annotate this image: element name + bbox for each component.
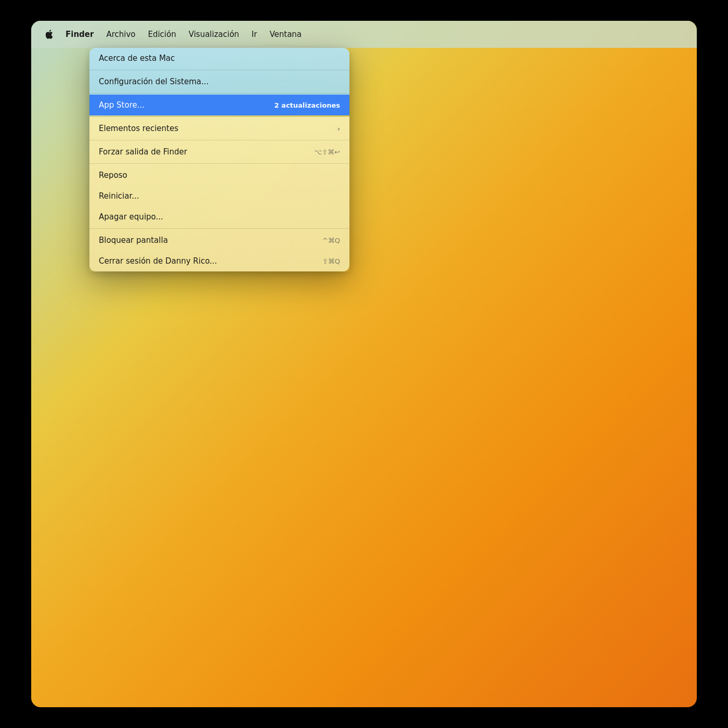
chevron-right-icon: › — [337, 125, 340, 133]
cerrar-shortcut: ⇧⌘Q — [322, 257, 340, 265]
dropdown-top-section: Acerca de esta Mac Configuración del Sis… — [89, 48, 349, 115]
separator-1 — [89, 70, 349, 70]
menubar-ir[interactable]: Ir — [246, 28, 263, 41]
menubar: Finder Archivo Edición Visualización Ir … — [31, 21, 697, 48]
apple-menu-button[interactable] — [41, 25, 58, 43]
menu-item-bloquear[interactable]: Bloquear pantalla ^⌘Q — [89, 230, 349, 251]
menu-item-cerrar[interactable]: Cerrar sesión de Danny Rico... ⇧⌘Q — [89, 251, 349, 271]
separator-5 — [89, 163, 349, 164]
menubar-edicion[interactable]: Edición — [142, 28, 181, 41]
separator-3 — [89, 116, 349, 117]
forzar-shortcut: ⌥⇧⌘↩ — [314, 148, 340, 156]
menu-item-configuracion[interactable]: Configuración del Sistema... — [89, 71, 349, 92]
menu-item-reiniciar[interactable]: Reiniciar... — [89, 186, 349, 206]
menu-item-appstore[interactable]: App Store... 2 actualizaciones — [89, 95, 349, 115]
menubar-finder[interactable]: Finder — [60, 28, 99, 41]
apple-dropdown-menu: Acerca de esta Mac Configuración del Sis… — [89, 48, 349, 271]
menubar-visualizacion[interactable]: Visualización — [184, 28, 244, 41]
menu-item-recientes[interactable]: Elementos recientes › — [89, 118, 349, 139]
separator-2 — [89, 93, 349, 94]
menubar-archivo[interactable]: Archivo — [101, 28, 140, 41]
screen: Finder Archivo Edición Visualización Ir … — [31, 21, 697, 707]
dropdown-bottom-section: Elementos recientes › Forzar salida de F… — [89, 116, 349, 271]
separator-6 — [89, 228, 349, 229]
menu-item-acerca[interactable]: Acerca de esta Mac — [89, 48, 349, 69]
separator-4 — [89, 140, 349, 140]
menu-item-forzar[interactable]: Forzar salida de Finder ⌥⇧⌘↩ — [89, 141, 349, 162]
menu-item-apagar[interactable]: Apagar equipo... — [89, 206, 349, 227]
menubar-ventana[interactable]: Ventana — [264, 28, 307, 41]
menu-item-reposo[interactable]: Reposo — [89, 165, 349, 186]
bloquear-shortcut: ^⌘Q — [322, 237, 340, 244]
